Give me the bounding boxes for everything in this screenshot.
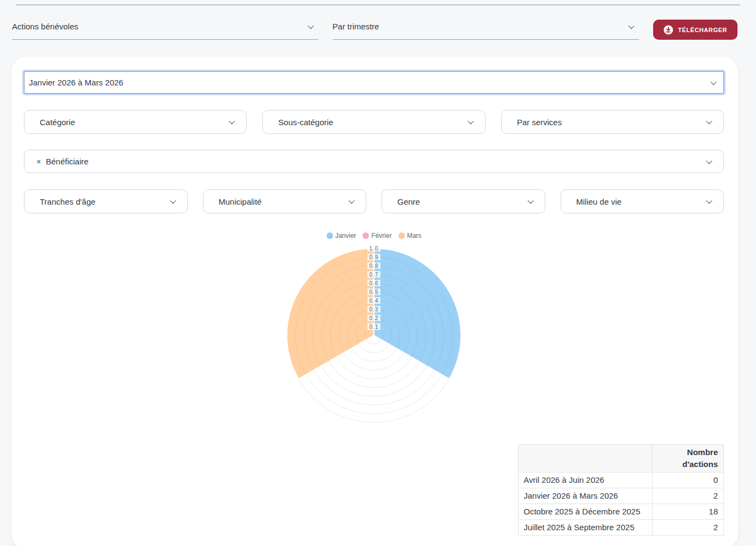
- trimester-select[interactable]: Janvier 2026 à Mars 2026: [24, 71, 724, 94]
- period-type-select[interactable]: Par trimestre: [333, 22, 639, 40]
- count-cell: 2: [653, 488, 724, 504]
- polar-chart: 0.10.20.30.40.50.60.70.80.91.0: [260, 243, 488, 428]
- chart-legend: JanvierFévrierMars: [327, 232, 422, 240]
- services-filter[interactable]: Par services: [501, 110, 724, 134]
- legend-item-janvier[interactable]: Janvier: [327, 232, 357, 240]
- svg-text:0.1: 0.1: [370, 324, 379, 330]
- chevron-down-icon: [710, 78, 716, 84]
- chevron-down-icon: [468, 118, 474, 124]
- chevron-down-icon: [706, 118, 712, 124]
- living-environment-filter[interactable]: Milieu de vie: [561, 189, 724, 213]
- table-row: Avril 2026 à Juin 2026 0: [519, 473, 724, 488]
- period-cell: Octobre 2025 à Décembre 2025: [519, 504, 653, 520]
- services-filter-label: Par services: [517, 118, 562, 127]
- table-header-count: Nombre d'actions: [653, 445, 724, 473]
- chevron-down-icon: [527, 198, 533, 204]
- dataset-select[interactable]: Actions bénévoles: [12, 22, 318, 40]
- chevron-down-icon: [628, 22, 634, 28]
- beneficiaire-chip: × Bénéficiaire: [36, 157, 89, 166]
- municipality-filter[interactable]: Municipalité: [203, 189, 367, 213]
- table-wrap: Nombre d'actions Avril 2026 à Juin 2026 …: [24, 444, 724, 536]
- legend-label: Février: [371, 232, 391, 240]
- svg-text:0.5: 0.5: [370, 289, 379, 295]
- period-type-select-value: Par trimestre: [333, 22, 379, 31]
- report-card: Janvier 2026 à Mars 2026 Catégorie Sous-…: [11, 57, 738, 546]
- top-divider: [16, 4, 740, 5]
- svg-text:0.2: 0.2: [370, 315, 379, 321]
- svg-text:0.9: 0.9: [370, 254, 379, 260]
- table-row: Octobre 2025 à Décembre 2025 18: [519, 504, 724, 520]
- svg-text:0.6: 0.6: [370, 280, 379, 286]
- legend-dot-icon: [362, 232, 369, 239]
- period-cell: Juillet 2025 à Septembre 2025: [519, 520, 653, 536]
- category-filter-label: Catégorie: [40, 118, 75, 127]
- actions-table: Nombre d'actions Avril 2026 à Juin 2026 …: [518, 444, 724, 536]
- period-cell: Janvier 2026 à Mars 2026: [519, 488, 653, 504]
- chart-block: JanvierFévrierMars 0.10.20.30.40.50.60.7…: [24, 232, 724, 428]
- legend-item-mars[interactable]: Mars: [398, 232, 422, 240]
- table-row: Janvier 2026 à Mars 2026 2: [519, 488, 724, 504]
- legend-dot-icon: [398, 232, 405, 239]
- svg-text:1.0: 1.0: [370, 246, 379, 251]
- svg-text:0.7: 0.7: [370, 272, 379, 278]
- chevron-down-icon: [229, 118, 235, 124]
- beneficiaire-multiselect[interactable]: × Bénéficiaire: [24, 150, 724, 173]
- count-cell: 18: [653, 504, 724, 520]
- chevron-down-icon: [348, 198, 354, 204]
- chevron-down-icon: [308, 22, 314, 28]
- age-filter-label: Tranches d'âge: [40, 197, 95, 206]
- chevron-down-icon: [170, 198, 176, 204]
- table-row: Juillet 2025 à Septembre 2025 2: [519, 520, 724, 536]
- count-cell: 2: [653, 520, 724, 536]
- age-filter[interactable]: Tranches d'âge: [24, 189, 188, 213]
- download-button-label: TÉLÉCHARGER: [678, 27, 727, 33]
- table-header-period: [519, 445, 653, 473]
- subcategory-filter-label: Sous-catégorie: [278, 118, 333, 127]
- toolbar: Actions bénévoles Par trimestre TÉLÉCHAR…: [12, 20, 737, 40]
- legend-label: Mars: [407, 232, 422, 240]
- download-button[interactable]: TÉLÉCHARGER: [653, 20, 737, 40]
- remove-chip-icon[interactable]: ×: [36, 158, 41, 165]
- chevron-down-icon: [706, 157, 712, 163]
- gender-filter-label: Genre: [397, 197, 420, 206]
- filter-row-1: Catégorie Sous-catégorie Par services: [24, 110, 724, 134]
- filter-row-2: Tranches d'âge Municipalité Genre Milieu…: [24, 189, 724, 213]
- subcategory-filter[interactable]: Sous-catégorie: [262, 110, 485, 134]
- category-filter[interactable]: Catégorie: [24, 110, 247, 134]
- svg-text:0.3: 0.3: [370, 306, 379, 312]
- download-icon: [663, 25, 673, 35]
- legend-label: Janvier: [335, 232, 357, 240]
- municipality-filter-label: Municipalité: [219, 197, 262, 206]
- beneficiaire-chip-label: Bénéficiaire: [46, 157, 88, 166]
- chevron-down-icon: [706, 198, 712, 204]
- legend-item-février[interactable]: Février: [362, 232, 391, 240]
- trimester-select-value: Janvier 2026 à Mars 2026: [29, 78, 123, 87]
- dataset-select-value: Actions bénévoles: [12, 22, 78, 31]
- table-header-row: Nombre d'actions: [519, 445, 724, 473]
- gender-filter[interactable]: Genre: [382, 189, 545, 213]
- living-environment-filter-label: Milieu de vie: [576, 197, 622, 206]
- svg-text:0.4: 0.4: [370, 298, 379, 304]
- period-cell: Avril 2026 à Juin 2026: [519, 473, 653, 488]
- legend-dot-icon: [327, 232, 333, 239]
- count-cell: 0: [653, 473, 724, 488]
- svg-text:0.8: 0.8: [370, 263, 379, 269]
